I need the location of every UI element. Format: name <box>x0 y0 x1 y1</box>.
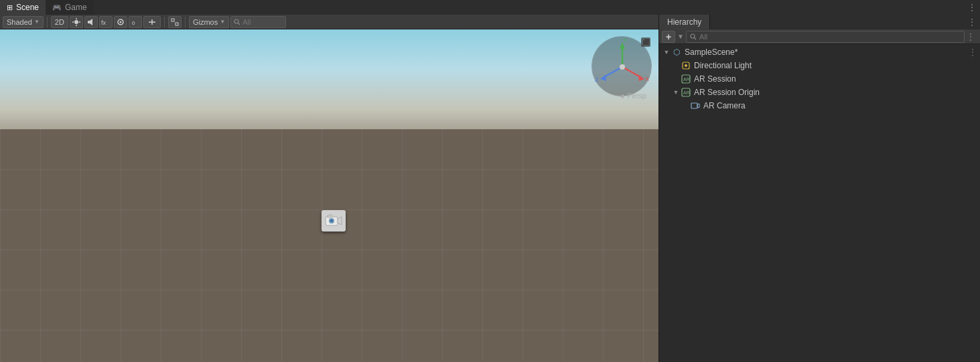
svg-marker-29 <box>600 75 606 81</box>
tab-game-label: Game <box>65 3 87 12</box>
hierarchy-controls: + ▼ ⋮ <box>659 29 980 44</box>
hierarchy-panel: Hierarchy ⋮ + ▼ ⋮ ▼ ⬡ SampleScene* ⋮ <box>658 15 980 362</box>
svg-rect-13 <box>171 19 174 21</box>
gizmo-widget[interactable]: Y X Z ⬛ ◄ Persp <box>591 36 652 96</box>
hierarchy-options-button[interactable]: ⋮ <box>968 17 980 27</box>
gizmos-arrow: ▼ <box>220 19 225 25</box>
hierarchy-search-box <box>686 31 965 43</box>
hierarchy-tab-label: Hierarchy <box>667 17 701 27</box>
tab-options-button[interactable]: ⋮ <box>968 3 980 12</box>
svg-text:AR: AR <box>683 77 690 82</box>
2d-label: 2D <box>55 18 64 26</box>
overlay-toggle[interactable]: 0 <box>129 16 142 28</box>
scene-search-input[interactable] <box>242 18 283 26</box>
hierarchy-search-icon <box>690 33 697 40</box>
sep2 <box>164 17 165 27</box>
svg-line-33 <box>694 37 696 39</box>
svg-marker-6 <box>90 19 92 25</box>
svg-line-25 <box>622 67 640 77</box>
camera-object[interactable] <box>322 210 346 232</box>
ar-camera-icon <box>690 100 701 111</box>
scene-canvas[interactable]: Y X Z ⬛ ◄ Persp <box>0 29 658 362</box>
camera-icon-box <box>322 210 346 232</box>
transform-gizmo-btn[interactable] <box>143 16 161 28</box>
tree-item-samplescene[interactable]: ▼ ⬡ SampleScene* ⋮ <box>659 46 980 59</box>
svg-point-0 <box>74 20 78 24</box>
scene-item-dots[interactable]: ⋮ <box>968 47 977 58</box>
tab-scene-label: Scene <box>16 3 39 12</box>
transform-icon <box>147 18 157 26</box>
directional-light-icon <box>681 60 691 71</box>
ar-camera-label: AR Camera <box>703 101 746 110</box>
gizmos-label: Gizmos <box>193 18 218 26</box>
hierarchy-add-button[interactable]: + <box>662 31 675 43</box>
svg-marker-26 <box>638 75 644 81</box>
tab-scene[interactable]: ⊞ Scene <box>0 0 46 15</box>
svg-point-9 <box>119 21 121 23</box>
tree-item-ar-session-origin[interactable]: ▼ AR AR Session Origin <box>659 86 980 99</box>
fx-toggle[interactable]: fx <box>99 16 113 28</box>
svg-text:0: 0 <box>132 20 135 26</box>
audio-toggle[interactable] <box>84 16 98 28</box>
search-icon <box>234 19 240 25</box>
scene-toolbar: Shaded ▼ 2D fx 0 <box>0 15 658 29</box>
scene-toggle-icon <box>117 18 125 26</box>
game-tab-icon: 🎮 <box>52 3 62 12</box>
tree-item-directional-light[interactable]: ▶ Directional Light <box>659 59 980 72</box>
tab-bar: ⊞ Scene 🎮 Game ⋮ <box>0 0 980 15</box>
svg-point-32 <box>691 34 695 38</box>
gizmos-dropdown[interactable]: Gizmos ▼ <box>189 16 229 28</box>
main-area: Shaded ▼ 2D fx 0 <box>0 15 980 362</box>
svg-line-16 <box>238 23 240 25</box>
svg-marker-18 <box>338 217 342 225</box>
ar-session-label: AR Session <box>694 74 736 84</box>
shading-label: Shaded <box>7 18 32 26</box>
svg-point-35 <box>685 64 687 67</box>
ar-session-origin-icon: AR <box>681 87 691 98</box>
hierarchy-tab[interactable]: Hierarchy <box>659 15 710 29</box>
scene-view-toggle[interactable] <box>114 16 127 28</box>
tree-item-ar-camera[interactable]: ▶ AR Camera <box>659 99 980 112</box>
aso-toggle[interactable]: ▼ <box>671 88 681 97</box>
svg-rect-40 <box>691 103 697 108</box>
svg-text:Y: Y <box>623 37 627 43</box>
2d-button[interactable]: 2D <box>51 16 68 28</box>
svg-marker-41 <box>697 104 699 108</box>
svg-rect-5 <box>88 21 90 23</box>
overlay-icon: 0 <box>131 18 139 26</box>
tools-btn[interactable] <box>168 16 182 28</box>
hierarchy-tree: ▼ ⬡ SampleScene* ⋮ ▶ Directional Light ▶… <box>659 44 980 362</box>
add-dropdown-arrow[interactable]: ▼ <box>677 33 684 40</box>
hierarchy-more-button[interactable]: ⋮ <box>967 32 977 41</box>
ar-session-origin-label: AR Session Origin <box>694 88 760 97</box>
scene-search-box <box>230 16 286 28</box>
svg-text:Z: Z <box>595 76 599 83</box>
ar-session-icon: AR <box>681 74 691 84</box>
hierarchy-search-input[interactable] <box>699 33 961 41</box>
scene-name-label: SampleScene* <box>685 48 738 57</box>
lighting-toggle[interactable] <box>70 16 83 28</box>
scene-toggle-arrow[interactable]: ▼ <box>662 48 671 57</box>
svg-rect-21 <box>328 215 332 217</box>
shading-dropdown[interactable]: Shaded ▼ <box>3 16 44 28</box>
tab-game[interactable]: 🎮 Game <box>46 0 94 15</box>
scene-tab-icon: ⊞ <box>7 3 13 12</box>
svg-text:AR: AR <box>683 90 690 95</box>
shading-dropdown-arrow: ▼ <box>34 19 40 25</box>
svg-line-28 <box>604 67 622 77</box>
svg-point-31 <box>620 64 625 70</box>
fx-icon: fx <box>101 18 111 26</box>
grid-overlay <box>0 129 658 362</box>
hierarchy-tab-bar: Hierarchy ⋮ <box>659 15 980 29</box>
svg-point-20 <box>330 219 333 222</box>
sep1 <box>47 17 48 27</box>
directional-light-label: Directional Light <box>694 61 752 70</box>
svg-text:fx: fx <box>101 19 107 26</box>
speaker-icon <box>87 18 95 26</box>
tools-icon <box>171 18 179 26</box>
svg-text:X: X <box>645 76 649 82</box>
viewport-area: Shaded ▼ 2D fx 0 <box>0 15 658 362</box>
tree-item-ar-session[interactable]: ▶ AR AR Session <box>659 72 980 86</box>
persp-label: ◄ Persp <box>618 92 646 100</box>
svg-point-15 <box>234 19 238 23</box>
